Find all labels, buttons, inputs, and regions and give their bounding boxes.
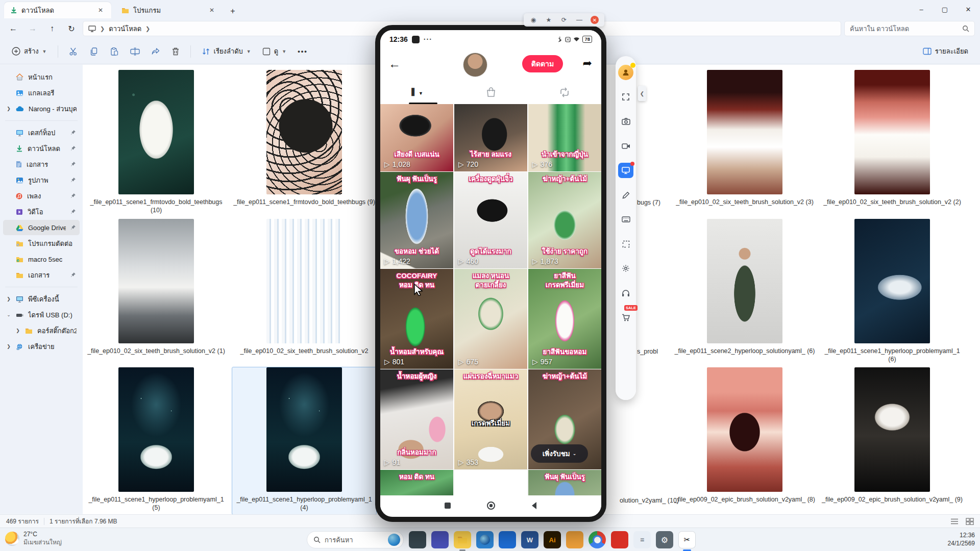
copy-button[interactable] (85, 43, 103, 60)
sidebar-item-foldersync[interactable]: macro 5sec (3, 252, 80, 267)
video-thumbnail[interactable] (854, 70, 930, 194)
up-button[interactable]: ↑ (44, 21, 60, 36)
refresh-button[interactable]: ↻ (63, 21, 80, 36)
sync-icon[interactable]: ⟳ (560, 16, 568, 24)
video-thumbnail[interactable] (118, 367, 194, 492)
video-thumbnail[interactable] (707, 219, 782, 343)
video-thumbnail[interactable] (118, 219, 194, 343)
video-tile[interactable]: น้ำหอมผู้หญิงกลิ่นหอมมาก▷91 (380, 369, 453, 469)
taskbar-app-notepad[interactable]: ≡ (633, 531, 651, 548)
paste-button[interactable] (105, 43, 124, 60)
breadcrumb-location[interactable]: ดาวน์โหลด (109, 23, 141, 34)
headset-icon[interactable] (618, 285, 633, 300)
video-tile[interactable]: นำเข้าจากญี่ปุ่น▷376 (528, 104, 601, 171)
tab-close-icon[interactable]: ✕ (95, 6, 106, 15)
keyboard-icon[interactable] (618, 212, 633, 227)
pen-icon[interactable] (618, 187, 633, 203)
tab-programs[interactable]: โปรแกรม ✕ (115, 2, 223, 18)
sidebar-item-video[interactable]: วิดีโอ (3, 204, 80, 219)
video-tile[interactable]: ฆ่าหญ้า+ต้นไม้ใช้ง่าย ราคาถูก▷1,873 (528, 172, 601, 268)
back-button-icon[interactable] (530, 502, 538, 510)
file-item[interactable]: _file_ep011_scene1_hyperloop_problemyaml… (84, 367, 228, 512)
video-tile[interactable]: ฟันผุ ฟันเป็นรูขอหอม ช่วยได้▷1,422 (380, 172, 453, 268)
cut-button[interactable] (64, 43, 83, 60)
home-button-icon[interactable] (486, 501, 496, 510)
new-button[interactable]: สร้าง ▼ (7, 42, 52, 60)
taskbar-app-app-red[interactable] (611, 531, 628, 548)
file-item[interactable]: _file_ep010_02_six_teeth_brush_solution_… (820, 70, 964, 206)
delete-button[interactable] (167, 43, 184, 60)
rename-button[interactable] (126, 43, 144, 60)
sidebar-item-gdrive[interactable]: Google Drive (G:) (3, 220, 80, 235)
close-icon[interactable]: ✕ (591, 16, 599, 24)
recently-viewed-button[interactable]: เพิ่งรับชม ⌄ (531, 444, 588, 463)
sidebar-item-home[interactable]: หน้าแรก (3, 69, 80, 85)
taskbar-app-file-explorer[interactable] (454, 531, 471, 548)
sidebar-item-pc[interactable]: ❯พีซีเครื่องนี้ (3, 291, 80, 307)
video-thumbnail[interactable] (854, 219, 930, 343)
sidebar-item-pictures[interactable]: รูปภาพ (3, 172, 80, 188)
file-item[interactable]: _file_ep009_02_epic_brush_solution_v2yam… (820, 367, 964, 504)
sidebar-item-desktop[interactable]: เดสก์ท็อป (3, 125, 80, 140)
taskbar-clock[interactable]: 12:36 24/1/2569 (948, 531, 975, 547)
sidebar-item-music[interactable]: เพลง (3, 188, 80, 204)
weather-widget[interactable]: 27°C มีเมฆส่วนใหญ่ (5, 531, 62, 546)
details-pane-button[interactable]: รายละเอียด (918, 42, 973, 60)
file-item[interactable]: _file_ep010_02_six_teeth_brush_solution_… (232, 219, 376, 355)
large-icons-view-icon[interactable] (966, 518, 974, 525)
taskbar-app-word[interactable]: W (521, 531, 538, 548)
camera-icon[interactable] (618, 114, 633, 129)
user-icon[interactable] (618, 65, 633, 80)
sidebar-item-folderlink[interactable]: โปรแกรมตัดต่อ (3, 236, 80, 251)
sidebar-item-folder[interactable]: เอกสาร (3, 267, 80, 283)
close-button[interactable]: ✕ (957, 0, 980, 18)
back-arrow-icon[interactable]: ← (388, 57, 401, 71)
taskbar-app-illustrator[interactable]: Ai (544, 531, 561, 548)
settings-icon[interactable] (618, 261, 633, 276)
file-item[interactable]: _file_ep011_scene1_hyperloop_problemyaml… (820, 219, 964, 364)
taskbar-app-app-blue[interactable] (499, 531, 516, 548)
tab-downloads[interactable]: ดาวน์โหลด ✕ (4, 2, 111, 18)
video-thumbnail[interactable] (266, 219, 342, 343)
tab-videos-grid-icon[interactable]: ⫼ ▼ (411, 87, 423, 97)
profile-avatar[interactable] (463, 53, 487, 77)
crop-icon[interactable] (618, 236, 633, 252)
share-arrow-icon[interactable]: ➦ (583, 57, 592, 70)
file-item[interactable]: _file_ep011_scene2_hyperloop_solutionyam… (673, 219, 817, 355)
minimize-button[interactable]: – (910, 0, 933, 18)
sidebar-item-network[interactable]: ❯เครือข่าย (3, 339, 80, 354)
taskbar-search[interactable]: การค้นหา (307, 531, 404, 548)
taskbar-app-app-amber[interactable] (566, 531, 583, 548)
recent-apps-icon[interactable] (444, 502, 452, 510)
taskbar-app-teams[interactable] (431, 531, 449, 548)
file-item[interactable]: _file_ep009_02_epic_brush_solution_v2yam… (673, 367, 817, 504)
cart-icon[interactable]: SALE (618, 310, 633, 325)
sidebar-item-folder[interactable]: ❯คอร์สติ๊กต๊อก2026 (3, 323, 80, 338)
file-item[interactable]: _file_ep010_02_six_teeth_brush_solution_… (673, 70, 817, 206)
search-input[interactable]: ค้นหาใน ดาวน์โหลด (844, 21, 975, 36)
star-icon[interactable]: ★ (545, 16, 553, 24)
file-item[interactable]: _file_ep011_scene1_frmtovdo_bold_teethbu… (232, 70, 376, 206)
collapse-toolbar-chevron[interactable]: ❮ (638, 86, 646, 101)
maximize-button[interactable]: ▢ (933, 0, 957, 18)
display-icon[interactable] (618, 163, 633, 178)
video-tile[interactable]: แมลง หนอนตายเกลี้ยง▷675 (454, 269, 527, 369)
sidebar-item-usb[interactable]: ⌄ไดรฟ์ USB (D:) (3, 307, 80, 322)
file-item[interactable]: _file_ep011_scene1_hyperloop_problemyaml… (232, 367, 376, 514)
taskbar-app-settings[interactable]: ⚙ (656, 531, 673, 548)
new-tab-button[interactable]: + (226, 4, 240, 18)
video-tile[interactable]: ไร้สาย ลมแรง▷720 (454, 104, 527, 171)
start-button[interactable] (284, 531, 302, 548)
back-button[interactable]: ← (5, 21, 21, 36)
forward-button[interactable]: → (24, 21, 41, 36)
sidebar-item-gallery[interactable]: แกลเลอรี (3, 85, 80, 101)
sidebar-item-download[interactable]: ดาวน์โหลด (3, 141, 80, 156)
more-button[interactable]: ••• (293, 44, 312, 59)
taskbar-app-edge[interactable] (476, 531, 494, 548)
screen-record-icon[interactable] (618, 138, 633, 154)
taskbar-app-chrome[interactable] (589, 531, 606, 548)
file-item[interactable]: _file_ep010_02_six_teeth_brush_solution_… (84, 219, 228, 355)
taskbar-app-capcut[interactable]: ✂ (678, 531, 696, 548)
tab-close-icon[interactable]: ✕ (206, 6, 217, 15)
file-item[interactable]: _file_ep011_scene1_frmtovdo_bold_teethbu… (84, 70, 228, 215)
